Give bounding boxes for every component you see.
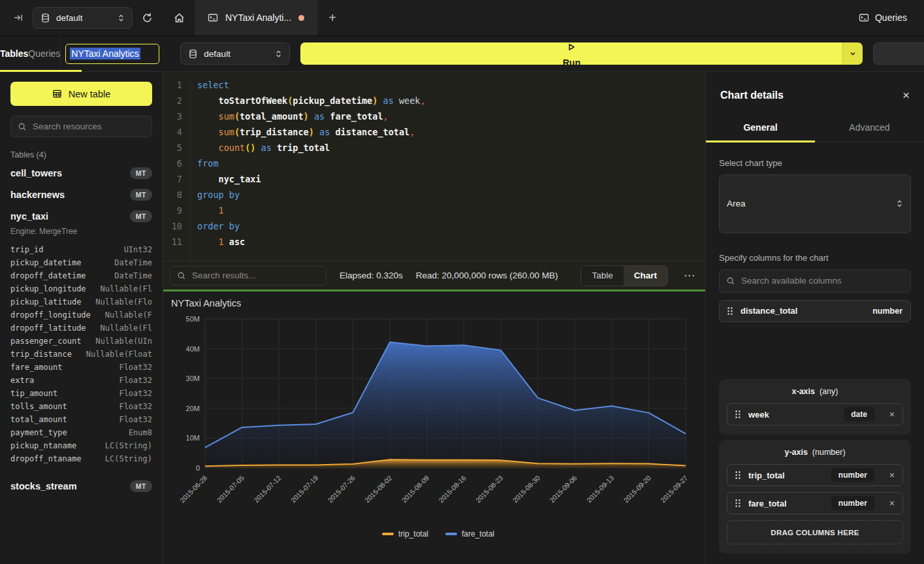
run-button[interactable]: Run bbox=[300, 42, 842, 65]
tab-general[interactable]: General bbox=[706, 114, 815, 142]
search-resources-input[interactable]: Search resources bbox=[10, 116, 152, 137]
table-row-nyc_taxi[interactable]: nyc_taxiMT bbox=[10, 205, 152, 227]
column-row-trip_id: trip_idUInt32 bbox=[10, 245, 152, 258]
code-line[interactable]: sum(total_amount) as fare_total, bbox=[197, 108, 705, 124]
view-toggle-table[interactable]: Table bbox=[581, 266, 623, 286]
remove-column-icon[interactable]: × bbox=[889, 498, 895, 508]
code-line[interactable]: toStartOfWeek(pickup_datetime) as week, bbox=[197, 93, 705, 108]
search-results-input[interactable]: Search results... bbox=[170, 266, 327, 286]
svg-text:2015-08-09: 2015-08-09 bbox=[400, 474, 431, 505]
column-name: extra bbox=[10, 376, 34, 389]
column-name: trip_distance bbox=[10, 350, 72, 363]
column-type: Float32 bbox=[119, 415, 152, 428]
column-type: Nullable(UIn bbox=[95, 337, 152, 350]
collapse-sidebar-icon[interactable] bbox=[13, 12, 24, 23]
column-row-fare_amount: fare_amountFloat32 bbox=[10, 363, 152, 376]
line-number: 7 bbox=[163, 171, 182, 187]
column-chip-distance_total[interactable]: distance_totalnumber bbox=[719, 300, 911, 322]
drag-grip-icon[interactable] bbox=[727, 307, 733, 316]
new-table-button[interactable]: New table bbox=[10, 82, 152, 106]
more-options-icon[interactable]: ⋯ bbox=[681, 269, 697, 282]
line-number: 3 bbox=[163, 108, 182, 124]
new-tab-button[interactable]: + bbox=[317, 0, 347, 35]
sql-editor[interactable]: 1234567891011 select toStartOfWeek(picku… bbox=[163, 72, 705, 261]
queries-label: Queries bbox=[875, 12, 907, 23]
code-line[interactable]: 1 asc bbox=[197, 234, 705, 250]
svg-text:10M: 10M bbox=[186, 434, 200, 442]
home-tab[interactable] bbox=[163, 0, 195, 35]
chip-name: distance_total bbox=[741, 306, 797, 316]
database-selector[interactable]: default bbox=[33, 7, 133, 29]
svg-text:2015-08-30: 2015-08-30 bbox=[511, 474, 541, 505]
view-toggle-chart[interactable]: Chart bbox=[624, 266, 667, 286]
close-icon[interactable]: × bbox=[902, 89, 910, 101]
column-type: Nullable(Fl bbox=[101, 284, 152, 297]
svg-text:2015-07-12: 2015-07-12 bbox=[252, 474, 283, 505]
column-chip-week[interactable]: weekdate× bbox=[727, 403, 903, 425]
sidebar-tab-tables[interactable]: Tables bbox=[0, 36, 28, 71]
legend-item-fare_total[interactable]: fare_total bbox=[445, 529, 494, 539]
drag-grip-icon[interactable] bbox=[735, 471, 741, 480]
top-bar: default NYTaxi Analyti... + Queries bbox=[0, 0, 924, 36]
line-number: 1 bbox=[163, 77, 182, 93]
code-line[interactable]: count() as trip_total bbox=[197, 140, 705, 156]
run-options-chevron[interactable] bbox=[842, 42, 863, 65]
table-row-hackernews[interactable]: hackernewsMT bbox=[10, 184, 152, 205]
search-icon bbox=[726, 276, 735, 286]
code-line[interactable]: sum(trip_distance) as distance_total, bbox=[197, 124, 705, 140]
table-columns-list: trip_idUInt32pickup_datetimeDateTimedrop… bbox=[10, 245, 152, 467]
results-toolbar: Search results... Elapsed: 0.320s Read: … bbox=[163, 261, 705, 290]
line-number: 6 bbox=[163, 156, 182, 171]
queries-button[interactable]: Queries bbox=[859, 12, 907, 23]
editor-code[interactable]: select toStartOfWeek(pickup_datetime) as… bbox=[191, 77, 705, 261]
tables-section-title: Tables (4) bbox=[10, 150, 152, 159]
line-number: 4 bbox=[163, 124, 182, 140]
column-name: tolls_amount bbox=[10, 402, 67, 415]
code-line[interactable]: nyc_taxi bbox=[197, 171, 705, 187]
column-row-pickup_latitude: pickup_latitudeNullable(Flo bbox=[10, 297, 152, 310]
table-row-stocks_stream[interactable]: stocks_streamMT bbox=[10, 475, 152, 497]
code-line[interactable]: from bbox=[197, 156, 705, 171]
chip-type: number bbox=[831, 496, 874, 510]
tab-nytaxi-analytics[interactable]: NYTaxi Analyti... bbox=[195, 0, 317, 35]
sidebar-tab-queries[interactable]: Queries bbox=[28, 36, 60, 71]
column-chip-trip_total[interactable]: trip_totalnumber× bbox=[727, 464, 903, 486]
active-tab-underline bbox=[0, 70, 82, 72]
column-name: payment_type bbox=[10, 428, 67, 441]
column-name: total_amount bbox=[10, 415, 67, 428]
svg-text:40M: 40M bbox=[186, 345, 200, 353]
refresh-icon[interactable] bbox=[142, 12, 153, 24]
column-chip-fare_total[interactable]: fare_totalnumber× bbox=[727, 492, 903, 514]
legend-label: fare_total bbox=[462, 529, 494, 539]
code-line[interactable]: 1 bbox=[197, 203, 705, 218]
drag-grip-icon[interactable] bbox=[735, 410, 741, 419]
query-title-input[interactable]: NYTaxi Analytics bbox=[65, 44, 159, 64]
line-number: 2 bbox=[163, 93, 182, 108]
area-chart[interactable]: 010M20M30M40M50M2015-06-282015-07-052015… bbox=[171, 311, 701, 528]
console-icon bbox=[208, 12, 218, 23]
chip-name: fare_total bbox=[748, 499, 787, 508]
search-columns-input[interactable]: Search available columns bbox=[719, 269, 911, 293]
column-row-pickup_ntaname: pickup_ntanameLC(String) bbox=[10, 441, 152, 454]
table-row-cell_towers[interactable]: cell_towersMT bbox=[10, 162, 152, 184]
code-line[interactable]: group by bbox=[197, 187, 705, 203]
column-type: Nullable(F bbox=[105, 310, 152, 323]
panel-title: Chart details bbox=[720, 90, 784, 101]
drag-grip-icon[interactable] bbox=[735, 499, 741, 508]
remove-column-icon[interactable]: × bbox=[889, 470, 895, 480]
column-type: LC(String) bbox=[105, 441, 152, 454]
run-database-selector[interactable]: default bbox=[180, 42, 290, 65]
table-name: stocks_stream bbox=[10, 481, 77, 491]
remove-column-icon[interactable]: × bbox=[889, 409, 895, 420]
column-name: passenger_count bbox=[10, 337, 81, 350]
tab-advanced[interactable]: Advanced bbox=[815, 114, 924, 142]
legend-item-trip_total[interactable]: trip_total bbox=[382, 529, 428, 539]
chip-name: week bbox=[748, 410, 769, 420]
query-toolbar: NYTaxi Analytics default Run bbox=[61, 36, 924, 72]
drop-zone[interactable]: DRAG COLUMNS HERE bbox=[727, 520, 903, 544]
content-area: New table Search resources Tables (4) ce… bbox=[0, 72, 924, 564]
code-line[interactable]: select bbox=[197, 77, 705, 93]
sql-ai-button[interactable]: SQL AI bbox=[874, 43, 924, 64]
chart-type-select[interactable]: Area bbox=[719, 174, 911, 233]
code-line[interactable]: order by bbox=[197, 218, 705, 234]
